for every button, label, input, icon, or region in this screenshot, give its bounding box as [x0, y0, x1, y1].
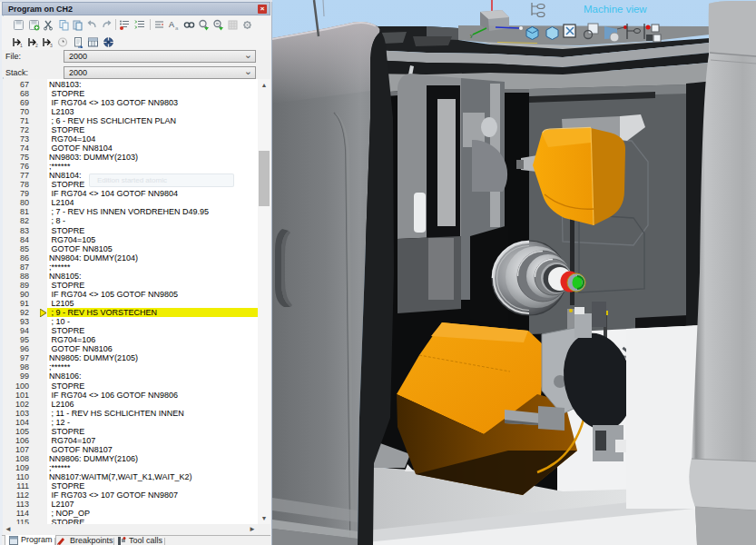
- svg-text:A: A: [169, 20, 174, 29]
- svg-text:a: a: [175, 25, 179, 31]
- svg-text:3: 3: [50, 43, 53, 48]
- svg-text:y: y: [470, 33, 473, 38]
- svg-text:Machine view: Machine view: [584, 4, 647, 15]
- svg-text:1: 1: [20, 43, 23, 48]
- svg-text:2: 2: [35, 43, 38, 48]
